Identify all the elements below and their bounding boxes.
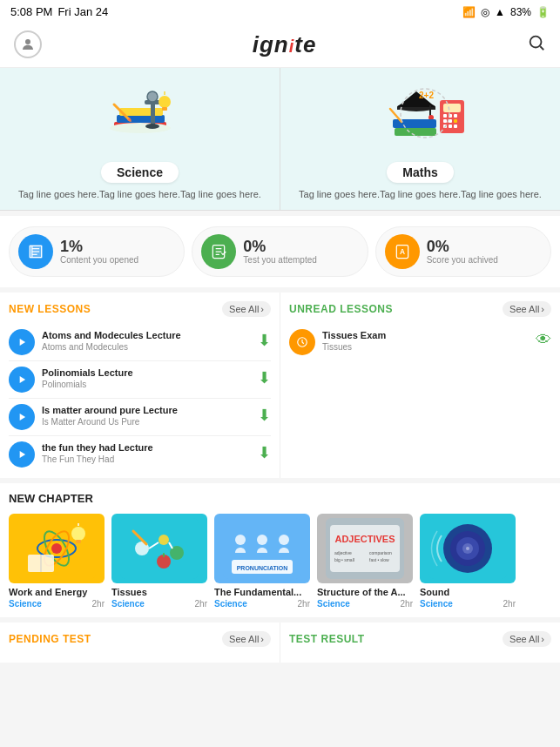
chapter-meta: Science 2hr: [111, 599, 207, 609]
new-lessons-header: NEW LESSONS See All ›: [9, 301, 271, 317]
maths-card[interactable]: 2+2 Maths Tag line goes here.Tag line go…: [280, 68, 560, 211]
test-result-title: TEST RESULT: [289, 633, 365, 645]
lesson-title: the fun they had Lecture: [42, 441, 251, 454]
app-logo: ignite: [253, 31, 317, 58]
svg-rect-25: [443, 114, 447, 118]
download-icon[interactable]: ⬇: [258, 406, 271, 425]
lesson-title: Polinomials Lecture: [42, 367, 251, 379]
unread-lessons-see-all[interactable]: See All ›: [503, 301, 551, 317]
avatar-button[interactable]: [14, 30, 42, 58]
svg-rect-33: [454, 124, 457, 128]
stat-content-opened: 1% Content you opened: [9, 226, 185, 277]
location-icon: ◎: [481, 6, 489, 18]
lesson-video-icon: [9, 329, 35, 355]
wifi-icon: 📶: [462, 6, 476, 18]
svg-line-2: [540, 46, 543, 50]
download-icon[interactable]: ⬇: [258, 368, 271, 387]
svg-marker-44: [20, 339, 25, 346]
chevron-right-icon: ›: [260, 304, 264, 314]
stat-content-label: Content you opened: [60, 254, 138, 266]
chapter-img-fundamental: PRONUNCIATION: [214, 514, 310, 583]
lesson-title: Atoms and Modecules Lecture: [42, 329, 251, 341]
download-icon[interactable]: ⬇: [258, 443, 271, 462]
list-item[interactable]: Atoms and Modecules Lecture Atoms and Mo…: [9, 324, 271, 361]
battery-percent: 83%: [510, 6, 531, 18]
svg-text:adjective: adjective: [334, 550, 352, 555]
svg-rect-59: [120, 518, 199, 579]
chapter-scroll: Work and Energy Science 2hr: [9, 514, 551, 609]
svg-text:A: A: [400, 248, 405, 257]
test-result-header: TEST RESULT See All ›: [289, 631, 551, 647]
svg-point-9: [145, 124, 159, 129]
chapter-card-fundamental[interactable]: PRONUNCIATION The Fundamental... Science…: [214, 514, 310, 609]
chapter-meta: Science 2hr: [420, 599, 516, 609]
lesson-clock-icon: [289, 329, 315, 355]
pending-test-see-all[interactable]: See All ›: [222, 631, 271, 647]
maths-illustration: 2+2: [289, 78, 551, 157]
lesson-title: Is matter around pure Lecture: [42, 404, 251, 416]
pending-test-col: PENDING TEST See All ›: [0, 622, 280, 663]
chapter-card-work-energy[interactable]: Work and Energy Science 2hr: [9, 514, 105, 609]
svg-rect-14: [162, 107, 167, 111]
svg-text:ADJECTIVES: ADJECTIVES: [334, 534, 395, 544]
lesson-info: Polinomials Lecture Polinomials: [42, 367, 251, 388]
chapter-meta: Science 2hr: [317, 599, 413, 609]
chapter-name: Sound: [420, 587, 516, 597]
subject-cards-row: Science Tag line goes here.Tag line goes…: [0, 68, 560, 211]
chapter-duration: 2hr: [195, 599, 207, 609]
chapter-card-tissues[interactable]: Tissues Science 2hr: [111, 514, 207, 609]
stat-score-achieved: A 0% Score you achived: [375, 226, 551, 277]
lesson-info: Is matter around pure Lecture Is Matter …: [42, 404, 251, 426]
status-time: 5:08 PM: [10, 5, 52, 18]
chevron-right-icon: ›: [541, 304, 544, 314]
search-button[interactable]: [527, 33, 546, 57]
stat-score-icon: A: [385, 234, 420, 269]
status-date: Fri Jan 24: [57, 5, 108, 18]
svg-point-71: [279, 535, 289, 545]
unread-lessons-col: UNREAD LESSONS See All › Tissues Exam Ti…: [280, 293, 560, 478]
logo-end: te: [294, 31, 316, 57]
stat-score-label: Score you achived: [427, 254, 498, 266]
chevron-right-icon: ›: [260, 634, 264, 644]
svg-rect-22: [395, 128, 436, 136]
logo-text: ign: [253, 31, 289, 57]
new-lessons-title: NEW LESSONS: [9, 303, 91, 315]
chapter-name: The Fundamental...: [214, 587, 310, 597]
lesson-info: Tissues Exam Tissues: [322, 329, 529, 351]
chapter-meta: Science 2hr: [214, 599, 310, 609]
list-item[interactable]: Is matter around pure Lecture Is Matter …: [9, 399, 271, 436]
svg-point-69: [235, 535, 246, 545]
science-card[interactable]: Science Tag line goes here.Tag line goes…: [0, 68, 280, 211]
svg-point-1: [530, 36, 542, 47]
test-result-see-all[interactable]: See All ›: [503, 631, 551, 647]
chapter-img-work-energy: [9, 514, 105, 583]
list-item[interactable]: Polinomials Lecture Polinomials ⬇: [9, 361, 271, 399]
svg-point-50: [51, 543, 62, 554]
maths-tagline: Tag line goes here.Tag line goes here.Ta…: [289, 188, 551, 201]
stat-content-percent: 1%: [60, 239, 138, 254]
stats-row: 1% Content you opened 0% Test you attemp…: [0, 216, 560, 287]
signal-icon: ▲: [495, 6, 505, 18]
maths-badge: Maths: [387, 162, 453, 183]
chapter-card-sound[interactable]: Sound Science 2hr: [420, 514, 516, 609]
chapter-subject: Science: [9, 599, 42, 609]
svg-rect-75: [330, 525, 400, 572]
svg-rect-24: [443, 104, 461, 112]
chapter-subject: Science: [317, 599, 350, 609]
list-item[interactable]: the fun they had Lecture The Fun They Ha…: [9, 436, 271, 473]
chapter-card-structure[interactable]: ADJECTIVES adjective big • small compari…: [317, 514, 413, 609]
test-result-col: TEST RESULT See All ›: [280, 622, 560, 663]
svg-rect-66: [163, 553, 165, 557]
eye-icon[interactable]: 👁: [536, 331, 551, 349]
stat-test-label: Test you attempted: [243, 254, 317, 266]
new-chapter-section: NEW CHAPTER: [0, 483, 560, 617]
lesson-subtitle: Is Matter Around Us Pure: [42, 417, 251, 427]
chapter-name: Work and Energy: [9, 587, 105, 597]
list-item[interactable]: Tissues Exam Tissues 👁: [289, 324, 551, 360]
new-lessons-see-all[interactable]: See All ›: [222, 301, 271, 317]
download-icon[interactable]: ⬇: [258, 331, 271, 350]
lessons-section: NEW LESSONS See All › Atoms and Modecule…: [0, 293, 560, 478]
svg-text:big • small: big • small: [334, 557, 354, 562]
svg-point-0: [25, 39, 30, 44]
lesson-video-icon: [9, 404, 35, 430]
